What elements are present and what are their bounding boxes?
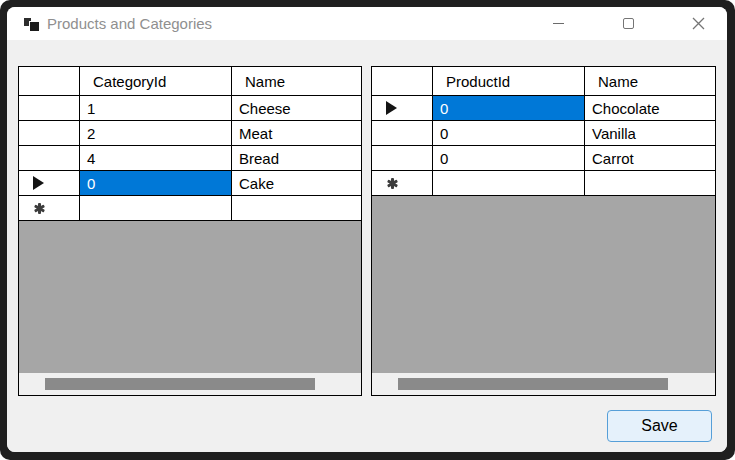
- row-header-cell[interactable]: [372, 121, 433, 145]
- row-header-cell[interactable]: [19, 171, 80, 195]
- cell[interactable]: 4: [80, 146, 232, 170]
- cell[interactable]: Cheese: [232, 96, 361, 120]
- row-header-cell[interactable]: [19, 121, 80, 145]
- maximize-button[interactable]: [605, 7, 651, 40]
- table-row: 4Bread: [19, 146, 361, 171]
- grid-background: [372, 196, 715, 373]
- row-header-cell[interactable]: [19, 96, 80, 120]
- cell[interactable]: [80, 196, 232, 220]
- products-grid: ProductIdName0Chocolate0Vanilla0Carrot: [371, 66, 716, 396]
- cell[interactable]: [585, 171, 715, 195]
- table-row: 1Cheese: [19, 96, 361, 121]
- window-title: Products and Categories: [47, 15, 212, 32]
- table-row: 0Carrot: [372, 146, 715, 171]
- row-header-cell[interactable]: [19, 146, 80, 170]
- cell[interactable]: [433, 171, 585, 195]
- save-button[interactable]: Save: [607, 410, 712, 442]
- cell[interactable]: 1: [80, 96, 232, 120]
- window-frame: Products and Categories CategoryIdName1C…: [0, 0, 735, 460]
- cell[interactable]: Chocolate: [585, 96, 715, 120]
- column-header-productid[interactable]: ProductId: [433, 67, 585, 95]
- horizontal-scrollbar[interactable]: [372, 373, 715, 395]
- select-all-header[interactable]: [19, 67, 80, 95]
- maximize-icon: [623, 18, 634, 29]
- scrollbar-thumb[interactable]: [45, 378, 315, 390]
- cell[interactable]: 0: [80, 171, 232, 195]
- app-window: Products and Categories CategoryIdName1C…: [7, 7, 727, 452]
- cell[interactable]: 0: [433, 121, 585, 145]
- column-header-name[interactable]: Name: [232, 67, 361, 95]
- scrollbar-thumb[interactable]: [398, 378, 668, 390]
- current-row-arrow-icon: [33, 176, 44, 190]
- current-row-arrow-icon: [386, 101, 397, 115]
- close-icon: [691, 16, 706, 31]
- header-row: CategoryIdName: [19, 67, 361, 96]
- column-header-categoryid[interactable]: CategoryId: [80, 67, 232, 95]
- window-controls: [535, 7, 721, 40]
- cell[interactable]: [232, 196, 361, 220]
- row-header-cell[interactable]: [372, 96, 433, 120]
- column-header-name[interactable]: Name: [585, 67, 715, 95]
- form-client-area: CategoryIdName1Cheese2Meat4Bread0Cake Pr…: [7, 40, 727, 452]
- new-row-asterisk-icon: [38, 203, 41, 214]
- cell[interactable]: Vanilla: [585, 121, 715, 145]
- close-button[interactable]: [675, 7, 721, 40]
- categories-grid: CategoryIdName1Cheese2Meat4Bread0Cake: [18, 66, 362, 396]
- header-row: ProductIdName: [372, 67, 715, 96]
- grid-background: [19, 221, 361, 373]
- new-row-asterisk-icon: [391, 178, 394, 189]
- cell[interactable]: Meat: [232, 121, 361, 145]
- row-header-cell[interactable]: [372, 171, 433, 195]
- cell[interactable]: Bread: [232, 146, 361, 170]
- new-row: [372, 171, 715, 196]
- row-header-cell[interactable]: [19, 196, 80, 220]
- horizontal-scrollbar[interactable]: [19, 373, 361, 395]
- minimize-icon: [553, 23, 564, 24]
- cell[interactable]: 0: [433, 146, 585, 170]
- table-row: 0Chocolate: [372, 96, 715, 121]
- cell[interactable]: Carrot: [585, 146, 715, 170]
- new-row: [19, 196, 361, 221]
- minimize-button[interactable]: [535, 7, 581, 40]
- table-row: 0Cake: [19, 171, 361, 196]
- cell[interactable]: 2: [80, 121, 232, 145]
- row-header-cell[interactable]: [372, 146, 433, 170]
- select-all-header[interactable]: [372, 67, 433, 95]
- cell[interactable]: Cake: [232, 171, 361, 195]
- table-row: 2Meat: [19, 121, 361, 146]
- app-icon: [24, 16, 40, 32]
- cell[interactable]: 0: [433, 96, 585, 120]
- table-row: 0Vanilla: [372, 121, 715, 146]
- titlebar[interactable]: Products and Categories: [7, 7, 727, 40]
